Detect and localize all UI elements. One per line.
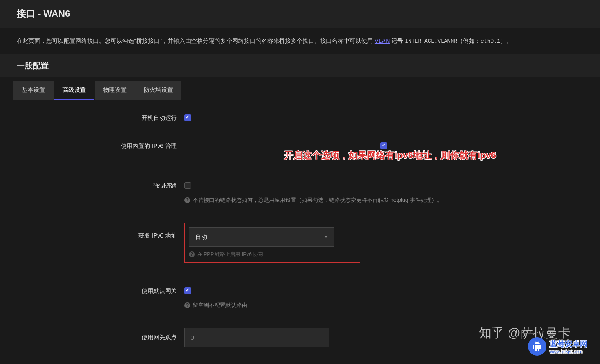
tab-firewall[interactable]: 防火墙设置: [135, 81, 181, 100]
label-default-gw: 使用默认网关: [17, 286, 184, 295]
label-ipv6-addr: 获取 IPv6 地址: [17, 223, 184, 240]
hint-default-gw: ? 留空则不配置默认路由: [184, 302, 247, 309]
watermark-text: 蓝莓安卓网 www.lmkjst.com: [550, 339, 587, 354]
annotation-ipv6: 开启这个选项，如果网络有ipv6地址，则你就有ipv6: [284, 149, 496, 162]
label-force-link: 强制链路: [17, 181, 184, 190]
tab-advanced[interactable]: 高级设置: [54, 81, 94, 100]
row-autostart: 开机自动运行: [17, 113, 583, 122]
info-icon: ?: [189, 251, 195, 257]
page-description: 在此页面，您可以配置网络接口。您可以勾选"桥接接口"，并输入由空格分隔的多个网络…: [0, 28, 600, 54]
checkbox-autostart[interactable]: [184, 114, 191, 121]
hint-ipv6-addr: ? 在 PPP 链路上启用 IPv6 协商: [189, 251, 356, 258]
checkbox-force-link[interactable]: [184, 182, 191, 189]
checkbox-default-gw[interactable]: [184, 287, 191, 294]
vlan-link[interactable]: VLAN: [375, 37, 390, 44]
checkbox-ipv6-mgmt[interactable]: [380, 142, 387, 149]
section-header: 一般配置: [0, 54, 600, 77]
tab-basic[interactable]: 基本设置: [13, 81, 54, 100]
tab-physical[interactable]: 物理设置: [95, 81, 135, 100]
highlight-box: 自动 ? 在 PPP 链路上启用 IPv6 协商: [184, 223, 360, 263]
tabs-container: 基本设置 高级设置 物理设置 防火墙设置: [0, 77, 600, 100]
page-title: 接口 - WAN6: [17, 8, 583, 20]
row-force-link: 强制链路 ? 不管接口的链路状态如何，总是用应用设置（如果勾选，链路状态变更将不…: [17, 181, 583, 204]
page-header: 接口 - WAN6: [0, 0, 600, 28]
info-icon: ?: [184, 197, 190, 203]
info-icon: ?: [184, 302, 190, 308]
hint-force-link: ? 不管接口的链路状态如何，总是用应用设置（如果勾选，链路状态变更将不再触发 h…: [184, 196, 442, 204]
watermark-site: 蓝莓安卓网 www.lmkjst.com: [528, 337, 587, 356]
row-ipv6-mgmt: 使用内置的 IPv6 管理 开启这个选项，如果网络有ipv6地址，则你就有ipv…: [17, 141, 583, 162]
label-gw-metric: 使用网关跃点: [17, 328, 184, 341]
android-icon: [528, 337, 546, 356]
chevron-down-icon: [324, 236, 328, 238]
row-default-gw: 使用默认网关 ? 留空则不配置默认路由: [17, 286, 583, 309]
input-gw-metric[interactable]: [184, 328, 329, 347]
label-autostart: 开机自动运行: [17, 113, 184, 122]
label-ipv6-mgmt: 使用内置的 IPv6 管理: [17, 141, 184, 150]
select-ipv6-addr[interactable]: 自动: [189, 227, 334, 247]
row-ipv6-addr: 获取 IPv6 地址 自动 ? 在 PPP 链路上启用 IPv6 协商: [17, 223, 583, 263]
